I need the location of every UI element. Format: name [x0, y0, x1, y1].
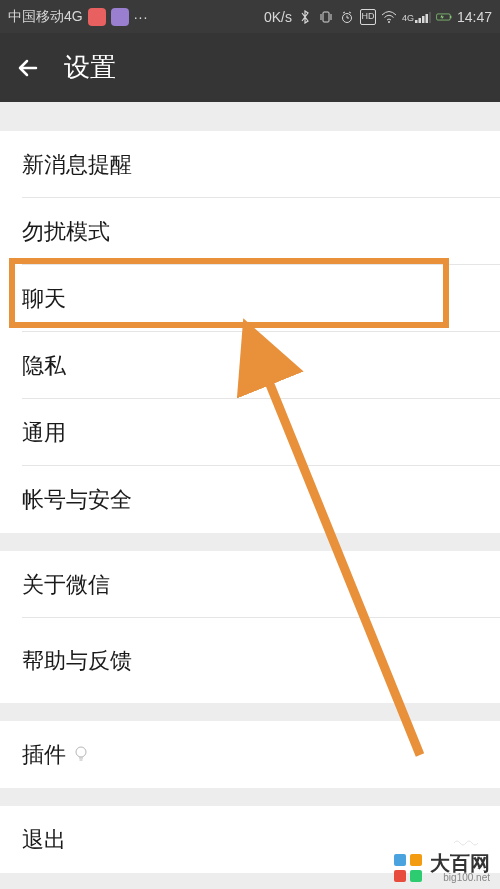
svg-rect-0: [323, 12, 329, 22]
list-item-label: 隐私: [22, 351, 66, 381]
settings-item-plugins[interactable]: 插件: [0, 721, 500, 788]
list-item-label: 帮助与反馈: [22, 646, 132, 676]
spacer: [0, 102, 500, 131]
svg-rect-22: [394, 870, 406, 882]
watermark-brand: 大百网: [430, 853, 490, 873]
vibrate-icon: [318, 9, 334, 25]
status-left: 中国移动4G ···: [8, 8, 148, 26]
settings-item-general[interactable]: 通用: [0, 399, 500, 466]
battery-icon: [436, 9, 452, 25]
more-notifications-icon: ···: [134, 9, 149, 25]
net-speed: 0K/s: [264, 9, 292, 25]
spacer: [0, 788, 500, 806]
list-item-label: 帐号与安全: [22, 485, 132, 515]
svg-line-7: [349, 12, 351, 13]
svg-rect-23: [410, 870, 422, 882]
svg-point-16: [76, 747, 86, 757]
list-item-label: 关于微信: [22, 570, 110, 600]
page-title: 设置: [64, 50, 116, 85]
back-button[interactable]: [14, 54, 42, 82]
bulb-icon: [74, 742, 88, 768]
settings-item-privacy[interactable]: 隐私: [0, 332, 500, 399]
svg-rect-13: [429, 12, 431, 23]
svg-point-8: [388, 21, 390, 23]
settings-item-about[interactable]: 关于微信: [0, 551, 500, 618]
svg-rect-20: [394, 854, 406, 866]
alarm-icon: [339, 9, 355, 25]
svg-rect-9: [415, 20, 418, 23]
svg-rect-10: [418, 18, 421, 23]
settings-item-dnd[interactable]: 勿扰模式: [0, 198, 500, 265]
list-item-label: 勿扰模式: [22, 217, 110, 247]
arrow-left-icon: [16, 56, 40, 80]
status-right: 0K/s HD 4G 14:47: [264, 9, 492, 25]
list-item-label: 新消息提醒: [22, 150, 132, 180]
status-time: 14:47: [457, 9, 492, 25]
settings-item-account-security[interactable]: 帐号与安全: [0, 466, 500, 533]
watermark-logo-icon: [392, 852, 424, 884]
settings-item-help-feedback[interactable]: 帮助与反馈: [0, 618, 500, 703]
list-item-label: 退出: [22, 825, 66, 855]
settings-group-1: 新消息提醒 勿扰模式 聊天 隐私 通用 帐号与安全: [0, 131, 500, 533]
app-header: 设置: [0, 33, 500, 102]
bluetooth-icon: [297, 9, 313, 25]
watermark-url: big100.net: [430, 873, 490, 883]
4g-signal-icon: 4G: [402, 11, 431, 23]
list-item-label: 通用: [22, 418, 66, 448]
hd-badge-icon: HD: [360, 9, 376, 25]
settings-group-2: 关于微信 帮助与反馈: [0, 551, 500, 703]
app-badge-purple-icon: [111, 8, 129, 26]
spacer: [0, 703, 500, 721]
list-item-label: 插件: [22, 740, 66, 770]
squiggle-icon: [454, 827, 478, 853]
svg-rect-21: [410, 854, 422, 866]
spacer: [0, 533, 500, 551]
wifi-icon: [381, 9, 397, 25]
settings-item-chat[interactable]: 聊天: [0, 265, 500, 332]
settings-item-new-message[interactable]: 新消息提醒: [0, 131, 500, 198]
svg-rect-11: [422, 16, 425, 23]
status-bar: 中国移动4G ··· 0K/s HD 4G 14:47: [0, 0, 500, 33]
svg-line-6: [343, 12, 345, 13]
app-badge-red-icon: [88, 8, 106, 26]
svg-rect-12: [425, 14, 428, 23]
svg-rect-15: [450, 15, 451, 17]
carrier-text: 中国移动4G: [8, 8, 83, 26]
watermark: 大百网 big100.net: [392, 852, 490, 884]
settings-group-3: 插件: [0, 721, 500, 788]
list-item-label: 聊天: [22, 284, 66, 314]
